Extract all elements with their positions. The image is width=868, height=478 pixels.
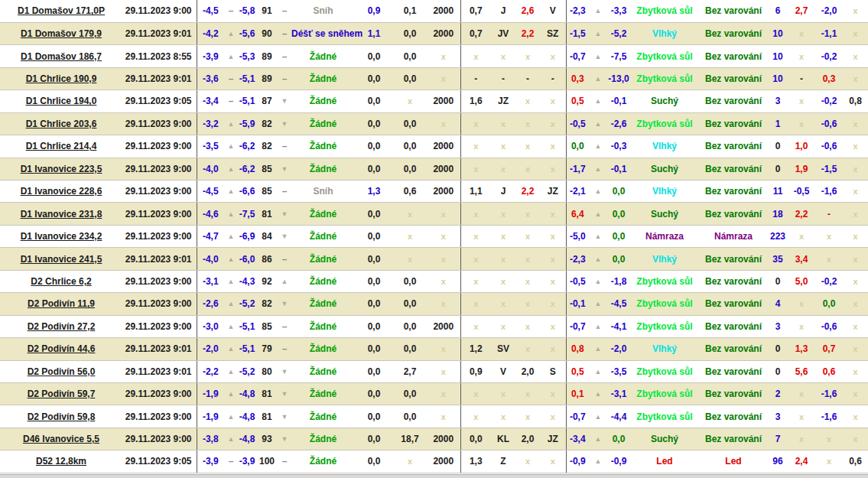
wind-speed: 1,3: [460, 450, 491, 473]
station-link[interactable]: D1 Ivanovice 228,6: [0, 180, 122, 203]
station-value-2: 1,3: [788, 338, 815, 360]
road-temp: -0,1: [566, 293, 589, 315]
air-temp: -3,9: [197, 450, 224, 473]
warning: Led: [699, 450, 768, 473]
table-row: D2 Podivín 27,229.11.2023 9:00-3,0▲-5,18…: [0, 315, 868, 337]
road-temp-deep: -0,3: [607, 135, 630, 158]
road-condition: Vlhký: [630, 338, 699, 360]
road-temp-trend-icon: ▲: [589, 405, 607, 428]
station-value-2: 2,2: [788, 203, 815, 225]
wind-gust-direction: x: [540, 315, 566, 337]
road-temp-deep: -3,3: [607, 0, 630, 22]
station-value-3: -0,2: [815, 270, 843, 292]
humidity: 85: [256, 180, 278, 203]
air-temp: -2,6: [197, 293, 224, 315]
precip-intensity: 1,3: [355, 180, 393, 203]
humidity-trend-icon: ▼: [278, 405, 291, 428]
humidity: 89: [256, 45, 278, 67]
precip-intensity: 0,0: [355, 67, 393, 89]
wind-speed: x: [460, 203, 491, 225]
horizontal-scrollbar[interactable]: [0, 474, 868, 478]
air-temp-trend-icon: ▲: [224, 360, 238, 382]
air-temp-trend-icon: ▲: [224, 158, 238, 180]
station-link[interactable]: D1 Chrlice 203,6: [0, 112, 122, 135]
humidity-trend-icon: –: [278, 0, 291, 22]
station-link[interactable]: D2 Podivín 27,2: [0, 315, 122, 337]
humidity: 87: [256, 90, 278, 112]
station-link[interactable]: D1 Ivanovice 241,5: [0, 248, 122, 270]
station-link[interactable]: D1 Chrlice 194,0: [0, 90, 122, 112]
station-link[interactable]: D1 Ivanovice 231,8: [0, 203, 122, 225]
road-condition: Vlhký: [630, 22, 699, 44]
station-link[interactable]: D1 Ivanovice 234,2: [0, 225, 122, 247]
visibility: x: [427, 293, 460, 315]
visibility: 2000: [427, 315, 460, 337]
wind-direction: SV: [491, 338, 515, 360]
road-temp-deep: 0,0: [607, 248, 630, 270]
timestamp: 29.11.2023 9:01: [122, 22, 197, 44]
station-link[interactable]: D1 Chrlice 190,9: [0, 67, 122, 89]
wind-gust: x: [515, 315, 540, 337]
visibility: x: [427, 270, 460, 292]
visibility: x: [427, 248, 460, 270]
precip-water: 18,7: [393, 428, 427, 450]
road-condition: Zbytková sůl: [630, 112, 699, 135]
timestamp: 29.11.2023 9:00: [122, 180, 197, 203]
precip-type: Žádné: [291, 135, 355, 158]
air-temp-trend-icon: –: [224, 450, 238, 473]
road-temp-deep: -2,0: [607, 338, 630, 360]
humidity-trend-icon: ▼: [278, 112, 291, 135]
dew-point: -5,2: [238, 360, 256, 382]
station-value-4: x: [843, 338, 868, 360]
precip-type: Žádné: [291, 225, 355, 247]
road-condition: Suchý: [630, 158, 699, 180]
station-link[interactable]: D1 Chrlice 214,4: [0, 135, 122, 158]
station-link[interactable]: D52 12,8km: [0, 450, 122, 473]
precip-water: 2,7: [393, 360, 427, 382]
road-temp: 0,5: [566, 360, 589, 382]
precip-water: 0,0: [393, 270, 427, 292]
station-link[interactable]: D1 Ivanovice 223,5: [0, 158, 122, 180]
wind-speed: 1,2: [460, 338, 491, 360]
road-temp-trend-icon: ▲: [589, 382, 607, 405]
precip-type: Žádné: [291, 248, 355, 270]
road-temp-trend-icon: ▲: [589, 0, 607, 22]
station-link[interactable]: D1 Domašov 179,9: [0, 22, 122, 44]
station-value-4: x: [843, 180, 868, 203]
station-link[interactable]: D2 Chrlice 6,2: [0, 270, 122, 292]
wind-speed: x: [460, 158, 491, 180]
station-value-3: 0,7: [815, 338, 843, 360]
station-link[interactable]: D2 Podivín 11,9: [0, 293, 122, 315]
warning: Bez varování: [699, 67, 768, 89]
station-value-3: -1,6: [815, 180, 843, 203]
visibility: x: [427, 45, 460, 67]
station-value-1: 4: [768, 293, 788, 315]
visibility: x: [427, 405, 460, 428]
wind-direction: J: [491, 0, 515, 22]
station-link[interactable]: D2 Podivín 59,8: [0, 405, 122, 428]
road-temp: -5,0: [566, 225, 589, 247]
warning: Bez varování: [699, 180, 768, 203]
station-value-4: x: [843, 360, 868, 382]
humidity-trend-icon: –: [278, 180, 291, 203]
station-value-3: x: [815, 225, 843, 247]
station-link[interactable]: D1 Domašov 186,7: [0, 45, 122, 67]
warning: Námraza: [699, 225, 768, 247]
humidity-trend-icon: –: [278, 22, 291, 44]
dew-point: -5,8: [238, 0, 256, 22]
station-link[interactable]: D2 Podivín 44,6: [0, 338, 122, 360]
precip-intensity: 0,0: [355, 338, 393, 360]
road-condition: Námraza: [630, 225, 699, 247]
station-link[interactable]: D2 Podivín 56,0: [0, 360, 122, 382]
station-value-2: 5,0: [788, 270, 815, 292]
wind-gust-direction: x: [540, 45, 566, 67]
table-row: D1 Domašov 186,729.11.2023 8:55-3,9▲-5,3…: [0, 45, 868, 67]
warning: Bez varování: [699, 45, 768, 67]
station-value-1: 96: [768, 450, 788, 473]
station-link[interactable]: D2 Podivín 59,7: [0, 382, 122, 405]
station-link[interactable]: D46 Ivanovice 5,5: [0, 428, 122, 450]
timestamp: 29.11.2023 9:00: [122, 112, 197, 135]
station-link[interactable]: D1 Domašov 171,0P: [0, 0, 122, 22]
road-temp: -0,7: [566, 315, 589, 337]
air-temp-trend-icon: ▲: [224, 135, 238, 158]
